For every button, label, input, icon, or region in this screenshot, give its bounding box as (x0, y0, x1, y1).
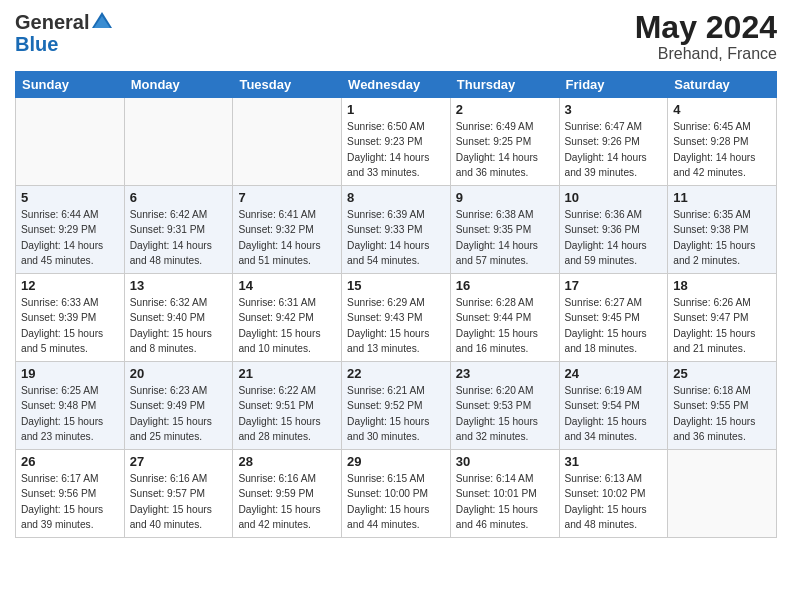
day-info: Sunrise: 6:36 AMSunset: 9:36 PMDaylight:… (565, 207, 663, 268)
day-number: 13 (130, 278, 228, 293)
header: General Blue May 2024 Brehand, France (15, 10, 777, 63)
day-info: Sunrise: 6:47 AMSunset: 9:26 PMDaylight:… (565, 119, 663, 180)
day-number: 8 (347, 190, 445, 205)
title-block: May 2024 Brehand, France (635, 10, 777, 63)
header-sunday: Sunday (16, 72, 125, 98)
table-row: 14Sunrise: 6:31 AMSunset: 9:42 PMDayligh… (233, 274, 342, 362)
day-number: 31 (565, 454, 663, 469)
day-number: 2 (456, 102, 554, 117)
day-info: Sunrise: 6:41 AMSunset: 9:32 PMDaylight:… (238, 207, 336, 268)
day-number: 17 (565, 278, 663, 293)
table-row: 5Sunrise: 6:44 AMSunset: 9:29 PMDaylight… (16, 186, 125, 274)
table-row: 24Sunrise: 6:19 AMSunset: 9:54 PMDayligh… (559, 362, 668, 450)
table-row: 6Sunrise: 6:42 AMSunset: 9:31 PMDaylight… (124, 186, 233, 274)
day-number: 7 (238, 190, 336, 205)
calendar-week-row: 5Sunrise: 6:44 AMSunset: 9:29 PMDaylight… (16, 186, 777, 274)
day-number: 15 (347, 278, 445, 293)
calendar-table: Sunday Monday Tuesday Wednesday Thursday… (15, 71, 777, 538)
day-info: Sunrise: 6:42 AMSunset: 9:31 PMDaylight:… (130, 207, 228, 268)
day-number: 25 (673, 366, 771, 381)
title-month: May 2024 (635, 10, 777, 45)
day-info: Sunrise: 6:18 AMSunset: 9:55 PMDaylight:… (673, 383, 771, 444)
table-row: 19Sunrise: 6:25 AMSunset: 9:48 PMDayligh… (16, 362, 125, 450)
logo-blue: Blue (15, 34, 113, 54)
day-info: Sunrise: 6:32 AMSunset: 9:40 PMDaylight:… (130, 295, 228, 356)
table-row: 28Sunrise: 6:16 AMSunset: 9:59 PMDayligh… (233, 450, 342, 538)
table-row: 23Sunrise: 6:20 AMSunset: 9:53 PMDayligh… (450, 362, 559, 450)
day-info: Sunrise: 6:45 AMSunset: 9:28 PMDaylight:… (673, 119, 771, 180)
table-row: 3Sunrise: 6:47 AMSunset: 9:26 PMDaylight… (559, 98, 668, 186)
table-row: 20Sunrise: 6:23 AMSunset: 9:49 PMDayligh… (124, 362, 233, 450)
day-number: 6 (130, 190, 228, 205)
day-info: Sunrise: 6:29 AMSunset: 9:43 PMDaylight:… (347, 295, 445, 356)
day-info: Sunrise: 6:21 AMSunset: 9:52 PMDaylight:… (347, 383, 445, 444)
day-number: 23 (456, 366, 554, 381)
header-thursday: Thursday (450, 72, 559, 98)
day-info: Sunrise: 6:22 AMSunset: 9:51 PMDaylight:… (238, 383, 336, 444)
table-row: 22Sunrise: 6:21 AMSunset: 9:52 PMDayligh… (342, 362, 451, 450)
table-row: 7Sunrise: 6:41 AMSunset: 9:32 PMDaylight… (233, 186, 342, 274)
day-info: Sunrise: 6:50 AMSunset: 9:23 PMDaylight:… (347, 119, 445, 180)
day-number: 12 (21, 278, 119, 293)
day-info: Sunrise: 6:27 AMSunset: 9:45 PMDaylight:… (565, 295, 663, 356)
calendar-week-row: 1Sunrise: 6:50 AMSunset: 9:23 PMDaylight… (16, 98, 777, 186)
table-row: 17Sunrise: 6:27 AMSunset: 9:45 PMDayligh… (559, 274, 668, 362)
day-number: 18 (673, 278, 771, 293)
day-number: 14 (238, 278, 336, 293)
table-row: 13Sunrise: 6:32 AMSunset: 9:40 PMDayligh… (124, 274, 233, 362)
day-info: Sunrise: 6:17 AMSunset: 9:56 PMDaylight:… (21, 471, 119, 532)
calendar-week-row: 12Sunrise: 6:33 AMSunset: 9:39 PMDayligh… (16, 274, 777, 362)
logo: General Blue (15, 10, 113, 54)
day-info: Sunrise: 6:35 AMSunset: 9:38 PMDaylight:… (673, 207, 771, 268)
day-info: Sunrise: 6:20 AMSunset: 9:53 PMDaylight:… (456, 383, 554, 444)
table-row: 8Sunrise: 6:39 AMSunset: 9:33 PMDaylight… (342, 186, 451, 274)
day-number: 4 (673, 102, 771, 117)
table-row: 25Sunrise: 6:18 AMSunset: 9:55 PMDayligh… (668, 362, 777, 450)
table-row: 10Sunrise: 6:36 AMSunset: 9:36 PMDayligh… (559, 186, 668, 274)
day-info: Sunrise: 6:23 AMSunset: 9:49 PMDaylight:… (130, 383, 228, 444)
table-row: 27Sunrise: 6:16 AMSunset: 9:57 PMDayligh… (124, 450, 233, 538)
day-info: Sunrise: 6:13 AMSunset: 10:02 PMDaylight… (565, 471, 663, 532)
day-info: Sunrise: 6:19 AMSunset: 9:54 PMDaylight:… (565, 383, 663, 444)
day-number: 1 (347, 102, 445, 117)
header-saturday: Saturday (668, 72, 777, 98)
table-row: 4Sunrise: 6:45 AMSunset: 9:28 PMDaylight… (668, 98, 777, 186)
table-row: 2Sunrise: 6:49 AMSunset: 9:25 PMDaylight… (450, 98, 559, 186)
header-tuesday: Tuesday (233, 72, 342, 98)
day-info: Sunrise: 6:44 AMSunset: 9:29 PMDaylight:… (21, 207, 119, 268)
day-info: Sunrise: 6:39 AMSunset: 9:33 PMDaylight:… (347, 207, 445, 268)
title-location: Brehand, France (635, 45, 777, 63)
day-number: 10 (565, 190, 663, 205)
day-number: 11 (673, 190, 771, 205)
table-row (124, 98, 233, 186)
day-number: 9 (456, 190, 554, 205)
day-number: 29 (347, 454, 445, 469)
header-wednesday: Wednesday (342, 72, 451, 98)
table-row: 30Sunrise: 6:14 AMSunset: 10:01 PMDaylig… (450, 450, 559, 538)
table-row: 16Sunrise: 6:28 AMSunset: 9:44 PMDayligh… (450, 274, 559, 362)
calendar-week-row: 26Sunrise: 6:17 AMSunset: 9:56 PMDayligh… (16, 450, 777, 538)
table-row: 12Sunrise: 6:33 AMSunset: 9:39 PMDayligh… (16, 274, 125, 362)
day-info: Sunrise: 6:15 AMSunset: 10:00 PMDaylight… (347, 471, 445, 532)
day-number: 26 (21, 454, 119, 469)
day-info: Sunrise: 6:25 AMSunset: 9:48 PMDaylight:… (21, 383, 119, 444)
day-number: 22 (347, 366, 445, 381)
day-info: Sunrise: 6:26 AMSunset: 9:47 PMDaylight:… (673, 295, 771, 356)
day-info: Sunrise: 6:31 AMSunset: 9:42 PMDaylight:… (238, 295, 336, 356)
header-friday: Friday (559, 72, 668, 98)
table-row: 26Sunrise: 6:17 AMSunset: 9:56 PMDayligh… (16, 450, 125, 538)
logo-icon (91, 10, 113, 32)
table-row: 1Sunrise: 6:50 AMSunset: 9:23 PMDaylight… (342, 98, 451, 186)
day-number: 28 (238, 454, 336, 469)
day-info: Sunrise: 6:28 AMSunset: 9:44 PMDaylight:… (456, 295, 554, 356)
day-info: Sunrise: 6:49 AMSunset: 9:25 PMDaylight:… (456, 119, 554, 180)
day-info: Sunrise: 6:16 AMSunset: 9:59 PMDaylight:… (238, 471, 336, 532)
day-number: 27 (130, 454, 228, 469)
calendar-week-row: 19Sunrise: 6:25 AMSunset: 9:48 PMDayligh… (16, 362, 777, 450)
day-info: Sunrise: 6:33 AMSunset: 9:39 PMDaylight:… (21, 295, 119, 356)
table-row (668, 450, 777, 538)
day-number: 19 (21, 366, 119, 381)
day-info: Sunrise: 6:38 AMSunset: 9:35 PMDaylight:… (456, 207, 554, 268)
table-row (233, 98, 342, 186)
table-row: 21Sunrise: 6:22 AMSunset: 9:51 PMDayligh… (233, 362, 342, 450)
